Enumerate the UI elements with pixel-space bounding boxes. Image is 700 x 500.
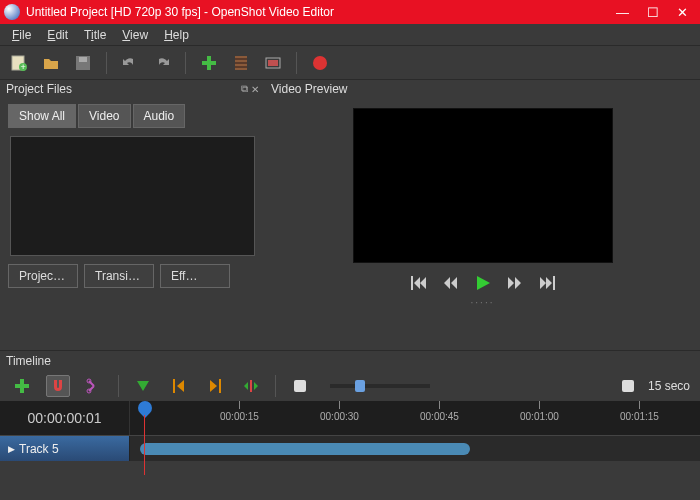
track-label[interactable]: ▶ Track 5 xyxy=(0,436,130,461)
new-project-icon[interactable]: + xyxy=(10,54,28,72)
svg-rect-6 xyxy=(202,61,216,65)
preview-panel: Video Preview ····· xyxy=(265,80,700,350)
tab-project-files[interactable]: Project … xyxy=(8,264,78,288)
playhead-line xyxy=(144,415,145,475)
tab-effects[interactable]: Eff… xyxy=(160,264,230,288)
timeline-clip[interactable] xyxy=(140,443,470,455)
snap-icon[interactable] xyxy=(46,375,70,397)
timeline-panel: Timeline 15 seco 00:00:00:01 00:00:15 00… xyxy=(0,350,700,461)
current-timecode: 00:00:00:01 xyxy=(28,410,102,426)
track-expand-icon[interactable]: ▶ xyxy=(8,444,15,454)
svg-text:+: + xyxy=(21,62,26,72)
add-track-icon[interactable] xyxy=(10,375,34,397)
undo-icon[interactable] xyxy=(121,54,139,72)
video-preview[interactable] xyxy=(353,108,613,263)
open-project-icon[interactable] xyxy=(42,54,60,72)
ruler-ticks[interactable]: 00:00:15 00:00:30 00:00:45 00:01:00 00:0… xyxy=(130,401,700,435)
zoom-slider[interactable] xyxy=(330,384,430,388)
center-playhead-icon[interactable] xyxy=(239,375,263,397)
main-toolbar: + xyxy=(0,46,700,80)
menu-edit[interactable]: Edit xyxy=(41,26,74,44)
menu-title[interactable]: Title xyxy=(78,26,112,44)
app-logo-icon xyxy=(4,4,20,20)
maximize-button[interactable]: ☐ xyxy=(647,5,659,20)
project-files-list[interactable] xyxy=(10,136,255,256)
preview-title: Video Preview xyxy=(265,80,700,98)
playhead-icon[interactable] xyxy=(135,398,155,418)
menu-file[interactable]: File xyxy=(6,26,37,44)
svg-rect-19 xyxy=(219,379,221,393)
add-marker-icon[interactable] xyxy=(131,375,155,397)
tab-transitions[interactable]: Transit… xyxy=(84,264,154,288)
fast-forward-icon[interactable] xyxy=(507,276,523,290)
svg-rect-15 xyxy=(15,384,29,388)
panel-resize-handle[interactable]: ····· xyxy=(265,297,700,308)
save-project-icon[interactable] xyxy=(74,54,92,72)
svg-point-13 xyxy=(313,56,327,70)
redo-icon[interactable] xyxy=(153,54,171,72)
zoom-tool-icon[interactable] xyxy=(288,375,312,397)
rewind-icon[interactable] xyxy=(443,276,459,290)
svg-rect-20 xyxy=(250,380,252,392)
filter-video[interactable]: Video xyxy=(78,104,130,128)
menu-help[interactable]: Help xyxy=(158,26,195,44)
svg-rect-8 xyxy=(235,58,247,60)
menu-view[interactable]: View xyxy=(116,26,154,44)
next-marker-icon[interactable] xyxy=(203,375,227,397)
jump-start-icon[interactable] xyxy=(411,276,427,290)
track-row[interactable]: ▶ Track 5 xyxy=(0,435,700,461)
filter-show-all[interactable]: Show All xyxy=(8,104,76,128)
svg-rect-4 xyxy=(79,57,87,62)
window-title: Untitled Project [HD 720p 30 fps] - Open… xyxy=(26,5,616,19)
panel-close-icon[interactable]: ✕ xyxy=(251,84,259,95)
zoom-fit-icon[interactable] xyxy=(616,375,640,397)
svg-rect-12 xyxy=(268,60,278,66)
titlebar: Untitled Project [HD 720p 30 fps] - Open… xyxy=(0,0,700,24)
panel-detach-icon[interactable]: ⧉ xyxy=(241,83,248,95)
profile-icon[interactable] xyxy=(232,54,250,72)
timeline-ruler[interactable]: 00:00:00:01 00:00:15 00:00:30 00:00:45 0… xyxy=(0,401,700,435)
close-button[interactable]: ✕ xyxy=(677,5,688,20)
export-icon[interactable] xyxy=(311,54,329,72)
razor-icon[interactable] xyxy=(82,375,106,397)
svg-rect-10 xyxy=(235,66,247,68)
minimize-button[interactable]: ― xyxy=(616,5,629,20)
svg-rect-9 xyxy=(235,62,247,64)
project-files-panel: Project Files ⧉ ✕ Show All Video Audio P… xyxy=(0,80,265,350)
play-icon[interactable] xyxy=(475,275,491,291)
filter-audio[interactable]: Audio xyxy=(133,104,186,128)
svg-rect-18 xyxy=(173,379,175,393)
menubar: File Edit Title View Help xyxy=(0,24,700,46)
import-files-icon[interactable] xyxy=(200,54,218,72)
prev-marker-icon[interactable] xyxy=(167,375,191,397)
jump-end-icon[interactable] xyxy=(539,276,555,290)
svg-rect-21 xyxy=(294,380,306,392)
zoom-label: 15 seco xyxy=(648,379,690,393)
project-files-title: Project Files xyxy=(6,82,72,96)
timeline-title: Timeline xyxy=(0,351,700,371)
fullscreen-icon[interactable] xyxy=(264,54,282,72)
svg-rect-22 xyxy=(622,380,634,392)
